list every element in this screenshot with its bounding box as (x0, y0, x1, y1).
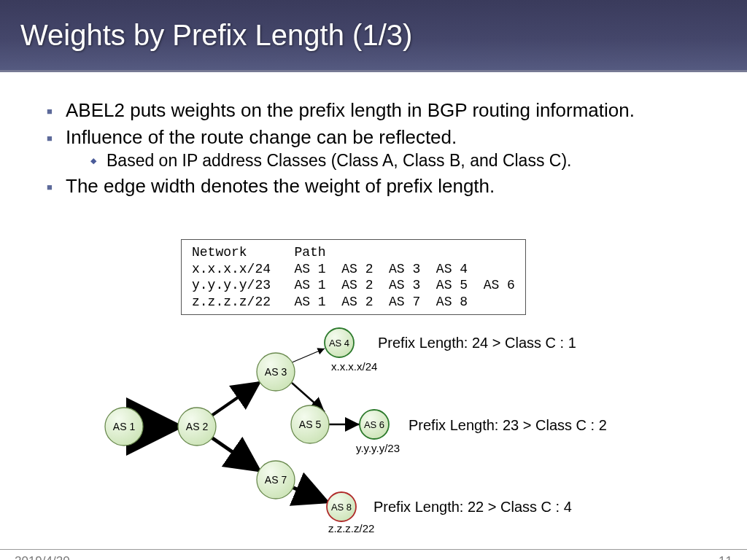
annot-prefix-23: Prefix Length: 23 > Class C : 2 (409, 417, 607, 434)
routing-header-net: Network (192, 245, 247, 260)
svg-point-2 (178, 408, 216, 446)
node-as3: AS 3 (257, 353, 295, 391)
annot-prefix-22: Prefix Length: 22 > Class C : 4 (374, 499, 572, 516)
svg-text:AS 6: AS 6 (364, 419, 384, 430)
edge-as2-as7 (212, 438, 259, 470)
node-as4: AS 4 (325, 328, 354, 357)
annot-sub-24: x.x.x.x/24 (331, 360, 377, 373)
content-area: ABEL2 puts weights on the prefix length … (0, 72, 747, 198)
routing-table: Network Path x.x.x.x/24 AS 1 AS 2 AS 3 A… (181, 239, 526, 315)
footer: 2019/4/20 11 (0, 549, 747, 554)
bullet-1: ABEL2 puts weights on the prefix length … (44, 98, 703, 122)
svg-text:AS 3: AS 3 (265, 366, 287, 378)
bullet-2-text: Influence of the route change can be ref… (66, 126, 457, 148)
bullet-list: ABEL2 puts weights on the prefix length … (44, 98, 703, 198)
node-as5: AS 5 (291, 405, 329, 443)
routing-row-1-net: y.y.y.y/23 (192, 278, 271, 292)
svg-point-8 (291, 405, 329, 443)
routing-row-2-path: AS 1 AS 2 AS 7 AS 8 (294, 295, 468, 309)
svg-point-0 (105, 408, 143, 446)
routing-row-0-net: x.x.x.x/24 (192, 262, 271, 276)
bullet-3: The edge width denotes the weight of pre… (44, 174, 703, 198)
svg-text:AS 4: AS 4 (329, 338, 349, 349)
edge-as7-as8 (292, 487, 327, 502)
svg-point-4 (257, 353, 295, 391)
svg-point-6 (325, 328, 354, 357)
svg-point-10 (360, 410, 389, 439)
svg-text:AS 8: AS 8 (331, 502, 352, 513)
svg-text:AS 5: AS 5 (299, 419, 322, 430)
subbullet-list: Based on IP address Classes (Class A, Cl… (88, 150, 703, 171)
routing-row-1-path: AS 1 AS 2 AS 3 AS 5 AS 6 (294, 278, 514, 292)
routing-header-path: Path (294, 245, 325, 260)
edge-as3-as4 (290, 349, 325, 363)
node-as6: AS 6 (360, 410, 389, 439)
node-as2: AS 2 (178, 408, 216, 446)
slide: Weights by Prefix Length (1/3) ABEL2 put… (0, 0, 747, 560)
routing-row-2-net: z.z.z.z/22 (192, 295, 271, 309)
node-as1: AS 1 (105, 408, 143, 446)
edge-as3-as5 (292, 383, 325, 412)
annot-sub-22: z.z.z.z/22 (328, 522, 374, 534)
svg-point-12 (257, 461, 295, 499)
svg-text:AS 1: AS 1 (113, 421, 136, 432)
bullet-2: Influence of the route change can be ref… (44, 125, 703, 171)
svg-text:AS 2: AS 2 (186, 421, 209, 432)
slide-title: Weights by Prefix Length (1/3) (20, 19, 412, 52)
annot-prefix-24: Prefix Length: 24 > Class C : 1 (378, 335, 576, 351)
svg-point-14 (327, 492, 356, 521)
subbullet-1: Based on IP address Classes (Class A, Cl… (88, 150, 703, 171)
annot-sub-23: y.y.y.y/23 (356, 442, 400, 454)
title-band: Weights by Prefix Length (1/3) (0, 0, 747, 72)
routing-row-0-path: AS 1 AS 2 AS 3 AS 4 (294, 262, 468, 276)
node-as7: AS 7 (257, 461, 295, 499)
footer-date: 2019/4/20 (15, 554, 70, 560)
svg-text:AS 7: AS 7 (265, 474, 287, 486)
footer-page: 11 (719, 554, 732, 560)
edge-as2-as3 (212, 383, 259, 416)
node-as8: AS 8 (327, 492, 356, 521)
